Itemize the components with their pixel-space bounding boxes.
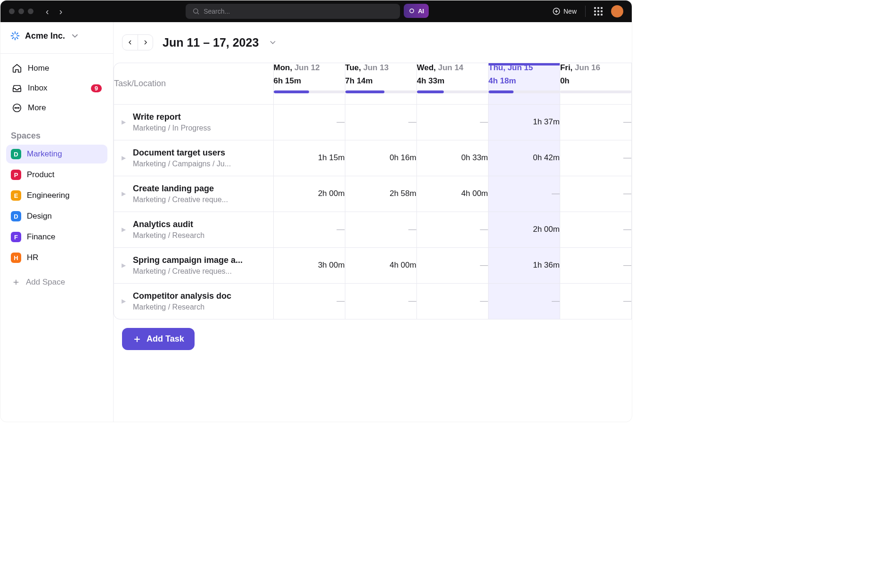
add-space-button[interactable]: Add Space (6, 273, 107, 292)
history-forward-icon[interactable]: › (59, 6, 63, 17)
time-cell[interactable]: 1h 36m (488, 247, 560, 283)
time-cell[interactable]: 0h 42m (488, 140, 560, 176)
time-cell[interactable]: — (488, 176, 560, 212)
time-cell[interactable]: — (345, 212, 416, 247)
day-header[interactable]: Mon, Jun 126h 15m (273, 63, 345, 104)
svg-point-2 (410, 9, 414, 13)
task-name[interactable]: Competitor analysis doc (133, 291, 231, 301)
workspace-switcher[interactable]: Acme Inc. (0, 31, 113, 54)
time-cell[interactable]: — (560, 212, 631, 247)
time-cell[interactable]: 1h 15m (273, 140, 345, 176)
svg-line-13 (16, 33, 18, 35)
task-name[interactable]: Analytics audit (133, 220, 204, 229)
svg-line-11 (16, 37, 18, 39)
sidebar-space-hr[interactable]: HHR (6, 248, 107, 267)
svg-line-12 (12, 37, 14, 39)
time-cell[interactable]: — (416, 283, 488, 319)
time-cell[interactable]: 1h 37m (488, 104, 560, 140)
time-cell[interactable]: 2h 58m (345, 176, 416, 212)
time-cell[interactable]: 4h 00m (416, 176, 488, 212)
task-name[interactable]: Write report (133, 112, 211, 122)
nav-inbox[interactable]: Inbox 9 (6, 78, 107, 98)
task-name[interactable]: Create landing page (133, 184, 228, 194)
history-back-icon[interactable]: ‹ (46, 6, 49, 17)
svg-line-10 (12, 33, 14, 35)
day-header[interactable]: Thu, Jun 154h 18m (488, 63, 560, 104)
time-cell[interactable]: — (560, 247, 631, 283)
day-header[interactable]: Tue, Jun 137h 14m (345, 63, 416, 104)
time-cell[interactable]: 3h 00m (273, 247, 345, 283)
time-cell[interactable]: 2h 00m (273, 176, 345, 212)
space-badge: F (11, 232, 21, 242)
home-icon (12, 63, 22, 74)
time-cell[interactable]: 4h 00m (345, 247, 416, 283)
time-cell[interactable]: — (416, 104, 488, 140)
table-row: ▶Competitor analysis docMarketing / Rese… (114, 283, 632, 319)
window-controls[interactable] (9, 8, 33, 14)
sidebar-space-finance[interactable]: FFinance (6, 228, 107, 246)
table-row: ▶Create landing pageMarketing / Creative… (114, 176, 632, 212)
avatar[interactable] (611, 5, 623, 17)
space-label: HR (27, 253, 39, 262)
task-path: Marketing / Research (133, 303, 231, 311)
space-badge: D (11, 149, 21, 159)
table-row: ▶Write reportMarketing / In Progress———1… (114, 104, 632, 140)
inbox-badge: 9 (91, 84, 102, 92)
time-cell[interactable]: — (273, 104, 345, 140)
time-cell[interactable]: — (560, 176, 631, 212)
table-row: ▶Analytics auditMarketing / Research———2… (114, 212, 632, 247)
top-bar: ‹ › Search... AI New (0, 0, 632, 22)
time-cell[interactable]: — (416, 247, 488, 283)
expand-icon[interactable]: ▶ (120, 262, 127, 269)
time-cell[interactable]: 0h 33m (416, 140, 488, 176)
sidebar-space-design[interactable]: DDesign (6, 207, 107, 226)
chevron-down-icon (70, 31, 80, 41)
expand-icon[interactable]: ▶ (120, 155, 127, 161)
space-label: Finance (27, 232, 55, 242)
ellipsis-icon (12, 103, 22, 113)
time-cell[interactable]: 2h 00m (488, 212, 560, 247)
sidebar-space-engineering[interactable]: EEngineering (6, 186, 107, 205)
sidebar-space-marketing[interactable]: DMarketing (6, 145, 107, 163)
time-cell[interactable]: — (560, 104, 631, 140)
time-cell[interactable]: — (273, 283, 345, 319)
time-cell[interactable]: — (416, 212, 488, 247)
date-range: Jun 11 – 17, 2023 (163, 36, 259, 49)
nav-more[interactable]: More (6, 98, 107, 118)
inbox-icon (12, 83, 22, 93)
time-cell[interactable]: — (488, 283, 560, 319)
svg-line-1 (197, 13, 199, 14)
time-cell[interactable]: — (345, 104, 416, 140)
task-name[interactable]: Spring campaign image a... (133, 255, 243, 265)
svg-point-17 (18, 107, 19, 108)
next-week-button[interactable] (138, 35, 153, 50)
spaces-header: Spaces (11, 131, 103, 141)
time-cell[interactable]: 0h 16m (345, 140, 416, 176)
expand-icon[interactable]: ▶ (120, 298, 127, 304)
table-row: ▶Document target usersMarketing / Campai… (114, 140, 632, 176)
date-range-picker[interactable] (268, 38, 277, 47)
apps-grid-icon[interactable] (594, 7, 603, 16)
add-task-button[interactable]: Add Task (122, 328, 195, 350)
time-cell[interactable]: — (560, 140, 631, 176)
time-cell[interactable]: — (273, 212, 345, 247)
table-row: ▶Spring campaign image a...Marketing / C… (114, 247, 632, 283)
sidebar-space-product[interactable]: PProduct (6, 165, 107, 184)
new-button[interactable]: New (552, 7, 577, 16)
ai-button[interactable]: AI (404, 4, 429, 18)
expand-icon[interactable]: ▶ (120, 119, 127, 125)
task-path: Marketing / Creative reques... (133, 267, 243, 276)
expand-icon[interactable]: ▶ (120, 190, 127, 197)
search-input[interactable]: Search... (186, 4, 400, 19)
day-header[interactable]: Fri, Jun 160h (560, 63, 631, 104)
time-cell[interactable]: — (345, 283, 416, 319)
time-cell[interactable]: — (560, 283, 631, 319)
task-name[interactable]: Document target users (133, 148, 231, 158)
task-location-header: Task/Location (114, 63, 273, 104)
sidebar: Acme Inc. Home Inbox 9 More Spaces (0, 22, 114, 422)
expand-icon[interactable]: ▶ (120, 226, 127, 233)
prev-week-button[interactable] (122, 35, 138, 50)
day-header[interactable]: Wed, Jun 144h 33m (416, 63, 488, 104)
space-badge: H (11, 253, 21, 263)
nav-home[interactable]: Home (6, 58, 107, 78)
